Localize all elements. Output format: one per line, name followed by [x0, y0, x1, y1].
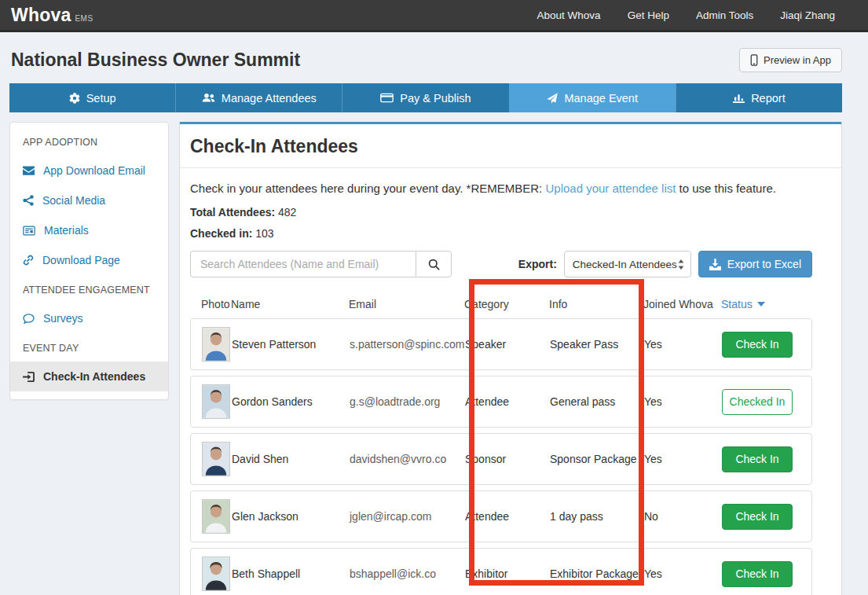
- check-in-button[interactable]: Check In: [722, 561, 793, 587]
- caret-down-icon: [757, 302, 765, 307]
- attendee-info: Sponsor Package: [550, 453, 644, 465]
- sidebar: APP ADOPTION App Download Email Social M…: [9, 122, 169, 400]
- sidebar-item-download-page[interactable]: Download Page: [10, 245, 168, 275]
- export-group: Export: Checked-In Attendees Export to E…: [518, 251, 812, 277]
- users-icon: [202, 93, 215, 103]
- column-header-name: Name: [231, 298, 349, 310]
- nav-admin-tools[interactable]: Admin Tools: [696, 9, 753, 21]
- attendee-name: David Shen: [232, 453, 350, 465]
- preview-in-app-label: Preview in App: [764, 54, 831, 66]
- sidebar-item-surveys[interactable]: Surveys: [10, 303, 168, 333]
- tab-manage-attendees-label: Manage Attendees: [222, 92, 317, 105]
- page-header: National Business Owner Summit Preview i…: [0, 32, 868, 83]
- attendee-photo: [202, 327, 230, 362]
- status-header-label: Status: [721, 298, 753, 310]
- sidebar-item-label: App Download Email: [43, 164, 145, 177]
- table-row: Steven Patterson s.patterson@spinc.com S…: [190, 318, 812, 370]
- sidebar-item-social-media[interactable]: Social Media: [10, 185, 168, 215]
- top-navbar: Whova EMS About Whova Get Help Admin Too…: [0, 0, 868, 32]
- sidebar-item-label: Download Page: [42, 254, 120, 266]
- sidebar-item-check-in-attendees[interactable]: Check-In Attendees: [10, 362, 168, 391]
- tab-setup-label: Setup: [86, 92, 116, 105]
- export-to-excel-label: Export to Excel: [727, 258, 801, 270]
- attendee-joined-whova: Yes: [644, 453, 722, 465]
- table-row: David Shen davidshen@vvro.co Sponsor Spo…: [190, 433, 812, 485]
- tab-report-label: Report: [751, 92, 786, 105]
- table-controls: Export: Checked-In Attendees Export to E…: [190, 251, 812, 277]
- checked-in-stat: Checked in: 103: [190, 227, 831, 240]
- tab-report[interactable]: Report: [676, 83, 842, 112]
- attendee-category: Sponsor: [465, 453, 550, 465]
- checked-in-value: 103: [255, 227, 273, 240]
- attendee-email: davidshen@vvro.co: [350, 453, 465, 465]
- column-header-photo: Photo: [190, 298, 231, 310]
- main-panel: Check-In Attendees Check in your attende…: [179, 122, 842, 595]
- mobile-phone-icon: [750, 54, 758, 66]
- checked-in-label: Checked in:: [190, 227, 252, 240]
- attendee-name: Beth Shappell: [232, 567, 350, 580]
- brand-name: Whova: [11, 5, 71, 26]
- attendee-photo: [202, 499, 230, 534]
- sidebar-item-app-download-email[interactable]: App Download Email: [10, 156, 168, 185]
- sidebar-item-materials[interactable]: Materials: [10, 215, 168, 245]
- sign-in-icon: [23, 372, 35, 382]
- check-in-button[interactable]: Check In: [722, 446, 793, 472]
- attendee-joined-whova: Yes: [644, 395, 722, 408]
- export-select-value: Checked-In Attendees: [573, 259, 677, 270]
- whova-logo[interactable]: Whova EMS: [11, 5, 93, 26]
- export-label: Export:: [518, 258, 557, 270]
- preview-in-app-button[interactable]: Preview in App: [739, 48, 842, 72]
- tab-manage-event[interactable]: Manage Event: [509, 83, 676, 112]
- column-header-email: Email: [349, 298, 464, 310]
- newspaper-icon: [23, 226, 35, 236]
- search-input[interactable]: [190, 251, 416, 277]
- export-select[interactable]: Checked-In Attendees: [564, 251, 691, 277]
- column-header-joined-whova: Joined Whova: [643, 298, 721, 310]
- instructions-suffix: to use this feature.: [676, 182, 776, 195]
- tab-manage-event-label: Manage Event: [564, 92, 638, 105]
- column-header-status[interactable]: Status: [721, 298, 812, 310]
- column-header-category: Category: [464, 298, 549, 310]
- search-button[interactable]: [416, 251, 452, 277]
- total-attendees-value: 482: [278, 206, 296, 219]
- check-in-button[interactable]: Check In: [722, 504, 793, 530]
- attendee-email: g.s@loadtrade.org: [350, 395, 465, 408]
- attendee-info: Exhibitor Package: [550, 567, 644, 580]
- tab-manage-attendees[interactable]: Manage Attendees: [175, 83, 342, 112]
- attendee-name: Glen Jackson: [232, 510, 350, 523]
- sidebar-item-label: Materials: [44, 224, 89, 237]
- checked-in-button[interactable]: Checked In: [722, 389, 793, 415]
- panel-heading: Check-In Attendees: [180, 124, 841, 168]
- column-header-info: Info: [549, 298, 643, 310]
- select-stepper-icon: [678, 259, 684, 270]
- attendee-category: Attendee: [465, 510, 550, 523]
- brand-suffix: EMS: [75, 14, 93, 23]
- upload-attendee-list-link[interactable]: Upload your attendee list: [545, 182, 676, 195]
- instructions-prefix: Check in your attendees here during your…: [190, 182, 545, 195]
- page-section-title: Check-In Attendees: [190, 136, 831, 157]
- search-icon: [428, 259, 440, 270]
- attendee-email: jglen@ircap.com: [350, 510, 465, 523]
- export-to-excel-button[interactable]: Export to Excel: [698, 251, 812, 277]
- credit-card-icon: [380, 93, 394, 103]
- attendee-joined-whova: Yes: [644, 567, 722, 580]
- attendee-info: General pass: [550, 395, 644, 408]
- nav-user-menu[interactable]: Jiaqi Zhang: [780, 9, 835, 21]
- sidebar-section-event-day: EVENT DAY: [10, 333, 168, 362]
- total-attendees-label: Total Attendees:: [190, 206, 275, 219]
- sidebar-section-attendee-engagement: ATTENDEE ENGAGEMENT: [10, 275, 168, 303]
- envelope-icon: [23, 166, 35, 175]
- check-in-button[interactable]: Check In: [722, 332, 793, 358]
- attendee-category: Exhibitor: [465, 567, 550, 580]
- sidebar-item-label: Check-In Attendees: [43, 370, 145, 383]
- nav-get-help[interactable]: Get Help: [628, 9, 669, 21]
- comment-icon: [23, 314, 35, 324]
- tab-setup[interactable]: Setup: [9, 83, 175, 112]
- attendee-email: bshappell@ick.co: [350, 567, 465, 580]
- nav-about-whova[interactable]: About Whova: [537, 9, 601, 21]
- search-group: [190, 251, 452, 277]
- share-icon: [23, 195, 34, 206]
- tab-pay-publish[interactable]: Pay & Publish: [342, 83, 508, 112]
- table-row: Beth Shappell bshappell@ick.co Exhibitor…: [190, 548, 812, 595]
- send-icon: [547, 93, 558, 104]
